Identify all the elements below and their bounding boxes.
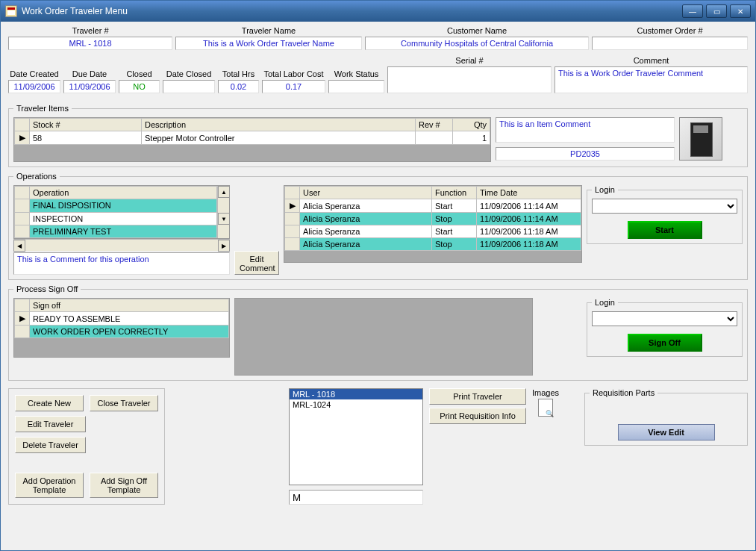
date-created-label: Date Created bbox=[10, 69, 58, 78]
requisition-parts-group: Requisition Parts View Edit bbox=[584, 388, 748, 446]
row-indicator-icon: ▶ bbox=[15, 131, 30, 145]
total-hrs-field: 0.02 bbox=[218, 80, 259, 93]
items-col-desc[interactable]: Description bbox=[142, 119, 416, 131]
comment-label: Comment bbox=[634, 56, 669, 65]
images-thumb-icon[interactable]: 🔍 bbox=[538, 399, 553, 417]
items-row[interactable]: ▶ 58 Stepper Motor Controller 1 bbox=[15, 131, 490, 145]
signoff-legend: Process Sign Off bbox=[13, 284, 81, 293]
signoff-row[interactable]: WORK ORDER OPEN CORRECTLY bbox=[15, 326, 229, 338]
content-area: Traveler # MRL - 1018 Traveler Name This… bbox=[1, 22, 755, 550]
images-label: Images bbox=[532, 388, 559, 397]
customer-name-field: Community Hospitals of Central Californi… bbox=[365, 37, 589, 50]
filter-input[interactable] bbox=[289, 490, 423, 505]
signoff-grid[interactable]: Sign off ▶READY TO ASSEMBLE WORK ORDER O… bbox=[13, 298, 230, 358]
closed-field: NO bbox=[119, 80, 160, 93]
work-status-field bbox=[328, 80, 384, 93]
app-icon bbox=[5, 5, 17, 17]
scroll-up-icon[interactable]: ▲ bbox=[218, 186, 230, 198]
scroll-down-icon[interactable]: ▼ bbox=[218, 213, 230, 225]
start-button[interactable]: Start bbox=[628, 221, 702, 239]
total-labor-cost-label: Total Labor Cost bbox=[263, 69, 323, 78]
oplog-col-timedate[interactable]: Time Date bbox=[477, 187, 581, 199]
traveler-name-field: This is a Work Order Traveler Name bbox=[175, 37, 362, 50]
traveler-name-label: Traveler Name bbox=[242, 26, 296, 35]
oplog-row[interactable]: Alicia SperanzaStop11/09/2006 11:14 AM bbox=[285, 213, 581, 225]
serial-field bbox=[387, 66, 552, 93]
operations-col[interactable]: Operation bbox=[30, 187, 217, 199]
serial-label: Serial # bbox=[455, 56, 483, 65]
operations-group: Operations Operation FINAL DISPOSITION I… bbox=[8, 172, 748, 280]
titlebar: Work Order Traveler Menu — ▭ ✕ bbox=[1, 1, 755, 22]
signoff-col[interactable]: Sign off bbox=[30, 299, 229, 312]
operations-login-combo[interactable] bbox=[592, 199, 737, 214]
operation-row[interactable]: FINAL DISPOSITION bbox=[15, 199, 217, 212]
oplog-row[interactable]: Alicia SperanzaStop11/09/2006 11:18 AM bbox=[285, 238, 581, 251]
items-col-stock[interactable]: Stock # bbox=[30, 119, 142, 131]
operations-list[interactable]: Operation FINAL DISPOSITION INSPECTION P… bbox=[13, 185, 230, 239]
oplog-row[interactable]: Alicia SperanzaStart11/09/2006 11:18 AM bbox=[285, 225, 581, 238]
signoff-group: Process Sign Off Sign off ▶READY TO ASSE… bbox=[8, 284, 748, 381]
operations-scrollbar[interactable]: ▲ ▼ bbox=[217, 186, 229, 238]
traveler-items-legend: Traveler Items bbox=[13, 104, 72, 113]
edit-comment-button[interactable]: Edit Comment bbox=[234, 251, 279, 275]
operations-login-legend: Login bbox=[592, 185, 618, 194]
customer-name-label: Customer Name bbox=[447, 26, 507, 35]
close-button[interactable]: ✕ bbox=[730, 4, 751, 18]
list-item[interactable]: MRL-1024 bbox=[290, 399, 422, 410]
print-traveler-button[interactable]: Print Traveler bbox=[429, 388, 526, 405]
edit-traveler-button[interactable]: Edit Traveler bbox=[15, 416, 86, 432]
oplog-col-function[interactable]: Function bbox=[432, 187, 477, 199]
items-col-qty[interactable]: Qty bbox=[453, 119, 490, 131]
traveler-listbox[interactable]: MRL - 1018 MRL-1024 bbox=[289, 388, 423, 485]
operation-comment-field: This is a Comment for this operation bbox=[13, 252, 230, 275]
total-hrs-label: Total Hrs bbox=[222, 69, 254, 78]
signoff-login-combo[interactable] bbox=[592, 311, 737, 326]
signoff-login-group: Login Sign Off bbox=[587, 298, 743, 357]
operation-row[interactable]: PRELIMINARY TEST bbox=[15, 225, 217, 237]
signoff-button[interactable]: Sign Off bbox=[628, 334, 702, 352]
signoff-login-legend: Login bbox=[592, 298, 618, 307]
requisition-parts-legend: Requisition Parts bbox=[590, 388, 657, 397]
operation-row[interactable]: INSPECTION bbox=[15, 212, 217, 225]
oplog-col-user[interactable]: User bbox=[300, 187, 432, 199]
items-grid[interactable]: Stock # Description Rev # Qty ▶ 58 Stepp… bbox=[13, 117, 491, 162]
create-new-button[interactable]: Create New bbox=[15, 395, 84, 411]
closed-label: Closed bbox=[126, 69, 151, 78]
date-closed-field bbox=[163, 80, 215, 93]
date-created-field: 11/09/2006 bbox=[8, 80, 60, 93]
scroll-left-icon[interactable]: ◀ bbox=[13, 240, 25, 252]
app-window: Work Order Traveler Menu — ▭ ✕ Traveler … bbox=[0, 0, 756, 551]
operations-legend: Operations bbox=[13, 172, 60, 181]
work-status-label: Work Status bbox=[334, 69, 379, 78]
scroll-right-icon[interactable]: ▶ bbox=[218, 240, 230, 252]
list-item[interactable]: MRL - 1018 bbox=[290, 389, 422, 399]
total-labor-cost-field: 0.17 bbox=[262, 80, 325, 93]
close-traveler-button[interactable]: Close Traveler bbox=[90, 395, 158, 411]
minimize-button[interactable]: — bbox=[682, 4, 703, 18]
signoff-row[interactable]: ▶READY TO ASSEMBLE bbox=[15, 312, 229, 326]
customer-order-label: Customer Order # bbox=[637, 26, 702, 35]
traveler-num-field: MRL - 1018 bbox=[8, 37, 172, 50]
item-thumbnail[interactable] bbox=[679, 117, 722, 161]
operations-hscroll[interactable]: ◀ ▶ bbox=[13, 239, 230, 251]
oplog-row[interactable]: ▶Alicia SperanzaStart11/09/2006 11:14 AM bbox=[285, 199, 581, 213]
comment-field: This is a Work Order Traveler Comment bbox=[554, 66, 748, 93]
delete-traveler-button[interactable]: Delete Traveler bbox=[15, 437, 86, 453]
items-col-rev[interactable]: Rev # bbox=[416, 119, 453, 131]
operation-log-grid[interactable]: User Function Time Date ▶Alicia Speranza… bbox=[284, 185, 582, 263]
item-partnum-field: PD2035 bbox=[496, 147, 675, 161]
traveler-num-label: Traveler # bbox=[72, 26, 108, 35]
add-signoff-template-button[interactable]: Add Sign Off Template bbox=[90, 473, 158, 498]
traveler-items-group: Traveler Items Stock # Description Rev #… bbox=[8, 104, 748, 167]
maximize-button[interactable]: ▭ bbox=[706, 4, 727, 18]
add-op-template-button[interactable]: Add Operation Template bbox=[15, 473, 84, 498]
window-title: Work Order Traveler Menu bbox=[22, 6, 679, 16]
due-date-label: Due Date bbox=[72, 69, 107, 78]
customer-order-field bbox=[592, 37, 748, 50]
print-req-info-button[interactable]: Print Requisition Info bbox=[429, 408, 526, 424]
item-comment-field: This is an Item Comment bbox=[496, 117, 675, 143]
due-date-field: 11/09/2006 bbox=[63, 80, 116, 93]
view-edit-button[interactable]: View Edit bbox=[618, 424, 715, 441]
signoff-log-grid[interactable] bbox=[234, 298, 533, 376]
operations-login-group: Login Start bbox=[587, 185, 743, 244]
